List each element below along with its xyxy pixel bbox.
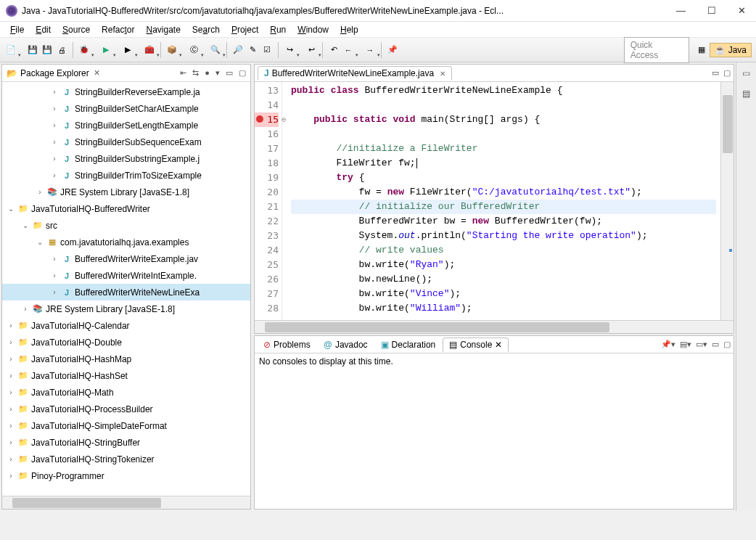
maximize-button[interactable]: ☐ — [703, 5, 720, 16]
print-button[interactable]: 🖨 — [55, 44, 68, 57]
tree-item[interactable]: ›📁JavaTutorialHQ-Double — [2, 334, 250, 351]
editor-hscroll[interactable] — [255, 320, 734, 333]
nav-annotations2-button[interactable]: ↩ — [305, 44, 318, 57]
menu-project[interactable]: Project — [226, 23, 264, 36]
editor-tab-close-icon[interactable]: ✕ — [440, 70, 445, 78]
twisty-icon[interactable]: › — [50, 288, 59, 296]
task-button[interactable]: ☑ — [260, 44, 274, 57]
editor-gutter[interactable]: 13141516171819202122232425262728 — [255, 82, 282, 320]
menu-source[interactable]: Source — [57, 23, 96, 36]
tree-item[interactable]: ›📁JavaTutorialHQ-StringTokenizer — [2, 451, 250, 467]
ext-tools-button[interactable]: 🧰 — [143, 44, 156, 57]
tree-item[interactable]: ›JStringBuilderSubSequenceExam — [2, 134, 250, 150]
twisty-icon[interactable]: › — [7, 422, 15, 430]
menu-navigate[interactable]: Navigate — [140, 23, 186, 36]
last-edit-button[interactable]: ↶ — [327, 44, 340, 57]
editor-tab-active[interactable]: J BufferedWriterWriteNewLineExample.java… — [258, 66, 452, 80]
tab-javadoc[interactable]: @ Javadoc — [318, 338, 374, 351]
tree-item[interactable]: ›📁JavaTutorialHQ-HashMap — [2, 351, 250, 367]
twisty-icon[interactable]: › — [7, 322, 15, 330]
tab-console[interactable]: ▤ Console ✕ — [443, 338, 509, 352]
package-explorer-tree[interactable]: ›JStringBuilderReverseExample.ja›JString… — [2, 82, 250, 496]
tree-item[interactable]: ›JStringBuilderSetCharAtExample — [2, 100, 250, 117]
menu-window[interactable]: Window — [292, 23, 334, 36]
tree-item[interactable]: ›📁JavaTutorialHQ-Calendar — [2, 317, 250, 334]
trim-restore-icon[interactable]: ▭ — [740, 67, 753, 80]
package-explorer-close-icon[interactable]: ✕ — [94, 68, 100, 78]
tree-item[interactable]: ›📚JRE System Library [JavaSE-1.8] — [2, 300, 250, 317]
back-button[interactable]: ← — [342, 44, 355, 57]
tree-item[interactable]: ⌄📁src — [2, 217, 250, 234]
twisty-icon[interactable]: › — [7, 388, 15, 396]
coverage-button[interactable]: ▶ — [121, 44, 134, 57]
editor-code-area[interactable]: public class BufferedWriterWriteNewLineE… — [282, 82, 720, 320]
tree-item[interactable]: ›JBufferedWriterWriteNewLineExa — [2, 284, 250, 300]
twisty-icon[interactable]: › — [7, 355, 15, 363]
focus-task-icon[interactable]: ● — [205, 68, 210, 78]
toggle-mark-button[interactable]: ✎ — [246, 44, 259, 57]
view-menu-icon[interactable]: ▾ — [215, 68, 220, 78]
twisty-icon[interactable]: › — [7, 455, 15, 463]
search-button[interactable]: 🔎 — [231, 44, 245, 57]
open-type-button[interactable]: 🔍 — [209, 44, 222, 57]
twisty-icon[interactable]: › — [50, 171, 59, 179]
twisty-icon[interactable]: › — [50, 105, 59, 112]
twisty-icon[interactable]: › — [36, 188, 44, 196]
console-open-icon[interactable]: ▭▾ — [696, 340, 707, 349]
run-button[interactable]: ▶ — [99, 44, 112, 57]
tree-item[interactable]: ⌄📁JavaTutorialHQ-BufferedWriter — [2, 200, 250, 217]
twisty-icon[interactable]: › — [50, 255, 59, 263]
editor-vscroll[interactable] — [720, 82, 734, 320]
save-button[interactable]: 💾 — [26, 44, 39, 57]
trim-outline-icon[interactable]: ▤ — [740, 87, 753, 100]
twisty-icon[interactable]: ⌄ — [21, 221, 30, 229]
tree-item[interactable]: ›📁JavaTutorialHQ-ProcessBuilder — [2, 401, 250, 417]
editor-minimize-icon[interactable]: ▭ — [712, 68, 719, 78]
console-min-icon[interactable]: ▭ — [712, 340, 719, 349]
twisty-icon[interactable]: › — [7, 438, 15, 446]
new-package-button[interactable]: 📦 — [165, 44, 178, 57]
package-explorer-hscroll[interactable] — [2, 496, 250, 509]
minimize-button[interactable]: — — [672, 5, 690, 16]
menu-search[interactable]: Search — [186, 23, 226, 36]
twisty-icon[interactable]: › — [7, 338, 15, 346]
menu-file[interactable]: File — [4, 23, 30, 36]
twisty-icon[interactable]: › — [50, 155, 59, 163]
tree-item[interactable]: ⌄▦com.javatutorialhq.java.examples — [2, 234, 250, 250]
new-class-button[interactable]: Ⓒ — [187, 44, 200, 57]
pin-button[interactable]: 📌 — [386, 44, 399, 57]
editor-maximize-icon[interactable]: ▢ — [723, 68, 731, 78]
link-editor-icon[interactable]: ⇆ — [192, 68, 199, 78]
close-button[interactable]: ✕ — [734, 5, 750, 16]
tree-item[interactable]: ›JStringBuilderTrimToSizeExample — [2, 167, 250, 184]
tree-item[interactable]: ›📚JRE System Library [JavaSE-1.8] — [2, 184, 250, 200]
menu-edit[interactable]: Edit — [30, 23, 57, 36]
maximize-view-icon[interactable]: ▢ — [239, 68, 246, 78]
collapse-all-icon[interactable]: ⇤ — [180, 68, 186, 78]
tab-problems[interactable]: ⊘ Problems — [258, 338, 316, 351]
tree-item[interactable]: ›📁Pinoy-Programmer — [2, 467, 250, 484]
console-max-icon[interactable]: ▢ — [723, 340, 731, 349]
forward-button[interactable]: → — [363, 44, 377, 57]
console-close-icon[interactable]: ✕ — [495, 340, 502, 350]
open-perspective-button[interactable]: ▦ — [695, 44, 708, 57]
tree-item[interactable]: ›📁JavaTutorialHQ-StringBuffer — [2, 434, 250, 451]
twisty-icon[interactable]: › — [50, 271, 59, 279]
tree-item[interactable]: ›JStringBuilderReverseExample.ja — [2, 83, 250, 100]
twisty-icon[interactable]: › — [7, 405, 15, 413]
tree-item[interactable]: ›JBufferedWriterWriteExample.jav — [2, 250, 250, 267]
tab-declaration[interactable]: ▣ Declaration — [375, 338, 442, 351]
twisty-icon[interactable]: › — [50, 138, 59, 146]
tree-item[interactable]: ›JBufferedWriterWriteIntExample. — [2, 267, 250, 284]
twisty-icon[interactable]: › — [7, 472, 15, 480]
quick-access-input[interactable]: Quick Access — [624, 37, 689, 63]
minimize-view-icon[interactable]: ▭ — [226, 68, 233, 78]
nav-annotations-button[interactable]: ↪ — [283, 44, 296, 57]
menu-help[interactable]: Help — [334, 23, 364, 36]
twisty-icon[interactable]: ⌄ — [7, 205, 15, 213]
console-display-icon[interactable]: ▤▾ — [680, 340, 691, 349]
debug-button[interactable]: 🐞 — [78, 44, 91, 57]
new-button[interactable]: 📄 — [4, 44, 17, 57]
java-perspective-button[interactable]: ☕ Java — [710, 43, 752, 57]
tree-item[interactable]: ›📁JavaTutorialHQ-HashSet — [2, 367, 250, 384]
